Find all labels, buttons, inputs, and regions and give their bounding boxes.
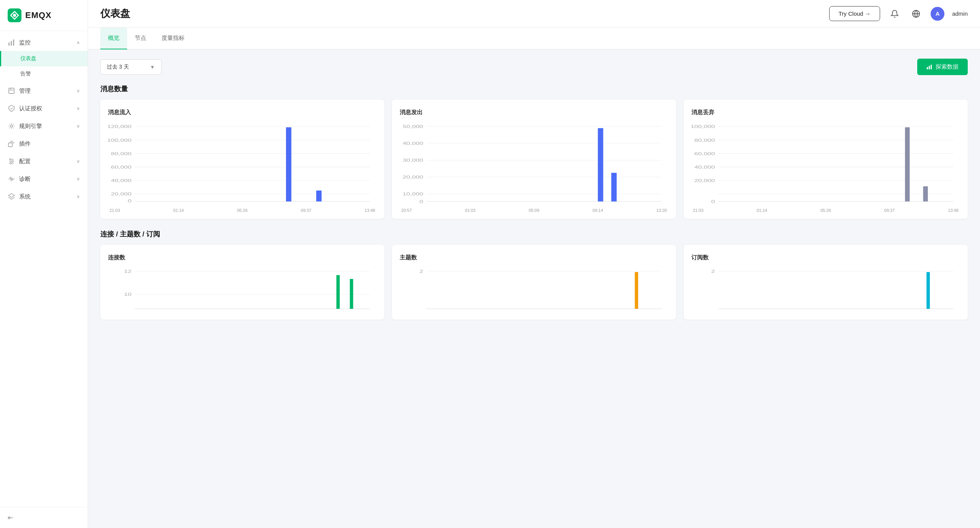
tab-overview[interactable]: 概览 — [100, 28, 127, 49]
sidebar-item-dashboard[interactable]: 仪表盘 — [0, 51, 88, 66]
system-label: 系统 — [19, 193, 73, 200]
svg-text:2: 2 — [420, 269, 423, 274]
avatar[interactable]: A — [931, 7, 944, 21]
svg-rect-4 — [13, 39, 14, 46]
msg-out-card: 消息发出 50,000 40,000 30,000 20,000 — [392, 100, 676, 219]
auth-chevron: ∨ — [77, 106, 80, 111]
sidebar-item-plugins[interactable]: 插件 — [0, 135, 88, 152]
header: 仪表盘 Try Cloud → A admin — [88, 0, 980, 28]
connections-section: 连接 / 主题数 / 订阅 连接数 12 10 — [100, 230, 968, 320]
conn-card: 连接数 12 10 — [100, 245, 384, 320]
svg-rect-74 — [635, 272, 638, 309]
management-label: 管理 — [19, 87, 73, 95]
svg-text:0: 0 — [128, 198, 132, 203]
date-range-select[interactable]: 过去 3 天 ▼ — [100, 59, 162, 75]
svg-rect-34 — [316, 190, 322, 202]
sidebar-item-management[interactable]: 管理 ∨ — [0, 82, 88, 99]
sidebar-item-monitor[interactable]: 监控 ∧ — [0, 34, 88, 51]
svg-rect-33 — [286, 127, 291, 202]
msg-in-card: 消息流入 120,000 100,000 — [100, 100, 384, 219]
message-count-title: 消息数量 — [100, 84, 968, 93]
svg-point-6 — [10, 125, 13, 127]
svg-rect-62 — [905, 127, 910, 202]
layers-icon — [8, 193, 15, 200]
svg-text:60,000: 60,000 — [694, 151, 715, 156]
svg-text:120,000: 120,000 — [108, 125, 131, 129]
svg-text:100,000: 100,000 — [108, 138, 131, 143]
dashboard-label: 仪表盘 — [20, 55, 36, 62]
svg-text:10,000: 10,000 — [403, 192, 423, 197]
sidebar-item-diagnose[interactable]: 诊断 ∨ — [0, 171, 88, 187]
bell-icon — [890, 10, 899, 18]
svg-point-1 — [13, 14, 16, 17]
rules-chevron: ∨ — [77, 123, 80, 129]
svg-text:80,000: 80,000 — [111, 151, 132, 156]
svg-text:100,000: 100,000 — [691, 125, 715, 129]
tab-metrics[interactable]: 度量指标 — [154, 28, 192, 49]
alerts-label: 告警 — [20, 71, 31, 77]
sidebar: EMQX 监控 ∧ 仪表盘 告警 — [0, 0, 88, 528]
svg-rect-17 — [929, 66, 930, 69]
connections-charts: 连接数 12 10 — [100, 245, 968, 320]
toolbar: 过去 3 天 ▼ 探索数据 — [100, 59, 968, 75]
username-label[interactable]: admin — [952, 10, 968, 17]
svg-text:20,000: 20,000 — [694, 178, 715, 183]
page-title: 仪表盘 — [100, 7, 130, 20]
notification-bell-button[interactable] — [888, 7, 902, 21]
svg-text:40,000: 40,000 — [111, 178, 132, 183]
collapse-icon[interactable]: ⇤ — [8, 514, 13, 521]
svg-rect-16 — [927, 67, 928, 69]
svg-point-13 — [10, 162, 11, 164]
gear-icon — [8, 122, 15, 130]
plugins-label: 插件 — [19, 140, 80, 148]
chart-icon — [926, 64, 933, 70]
svg-rect-47 — [598, 128, 603, 201]
try-cloud-button[interactable]: Try Cloud → — [829, 6, 880, 21]
svg-point-11 — [10, 159, 11, 160]
svg-text:40,000: 40,000 — [694, 165, 715, 169]
sidebar-item-alerts[interactable]: 告警 — [0, 66, 88, 82]
msg-drop-title: 消息丢弃 — [691, 109, 960, 116]
nav-group-management: 管理 ∨ — [0, 82, 88, 99]
app-logo-text: EMQX — [25, 10, 52, 20]
tab-nodes[interactable]: 节点 — [127, 28, 154, 49]
svg-text:50,000: 50,000 — [403, 125, 423, 129]
topics-title: 主题数 — [400, 254, 668, 261]
date-range-chevron-icon: ▼ — [150, 64, 155, 70]
date-range-label: 过去 3 天 — [107, 64, 129, 71]
topics-chart: 2 — [400, 267, 668, 313]
diagnose-label: 诊断 — [19, 175, 73, 183]
conn-chart: 12 10 — [108, 267, 377, 313]
message-count-section: 消息数量 消息流入 — [100, 84, 968, 219]
explore-data-button[interactable]: 探索数据 — [917, 59, 968, 75]
shield-icon — [8, 105, 15, 112]
plugin-icon — [8, 140, 15, 148]
svg-rect-18 — [931, 65, 932, 69]
sidebar-item-auth[interactable]: 认证授权 ∨ — [0, 100, 88, 117]
language-button[interactable] — [909, 7, 923, 21]
tabs-bar: 概览 节点 度量指标 — [88, 28, 980, 49]
svg-text:30,000: 30,000 — [403, 158, 423, 163]
nav-group-diagnose: 诊断 ∨ — [0, 171, 88, 187]
nav-group-system: 系统 ∨ — [0, 188, 88, 205]
sidebar-item-config[interactable]: 配置 ∨ — [0, 153, 88, 170]
diagnose-chevron: ∨ — [77, 176, 80, 182]
svg-text:10: 10 — [124, 292, 132, 297]
header-actions: Try Cloud → A admin — [829, 6, 968, 21]
svg-rect-69 — [336, 275, 340, 309]
nav-group-auth: 认证授权 ∨ — [0, 100, 88, 117]
config-label: 配置 — [19, 158, 73, 165]
svg-text:12: 12 — [124, 269, 132, 274]
sidebar-item-system[interactable]: 系统 ∨ — [0, 188, 88, 205]
msg-drop-chart: 100,000 80,000 60,000 40,000 20,000 0 — [691, 122, 960, 207]
nav-group-monitor: 监控 ∧ 仪表盘 告警 — [0, 34, 88, 82]
sidebar-nav: 监控 ∧ 仪表盘 告警 管理 ∨ — [0, 31, 88, 507]
msg-out-chart: 50,000 40,000 30,000 20,000 10,000 0 — [400, 122, 668, 207]
connections-title: 连接 / 主题数 / 订阅 — [100, 230, 968, 239]
svg-point-12 — [12, 161, 13, 162]
main-content: 概览 节点 度量指标 过去 3 天 ▼ 探索数据 消息数量 — [88, 28, 980, 528]
sidebar-item-rules[interactable]: 规则引擎 ∨ — [0, 118, 88, 134]
auth-label: 认证授权 — [19, 105, 73, 112]
nav-group-plugins: 插件 — [0, 135, 88, 152]
sidebar-logo: EMQX — [0, 0, 88, 31]
